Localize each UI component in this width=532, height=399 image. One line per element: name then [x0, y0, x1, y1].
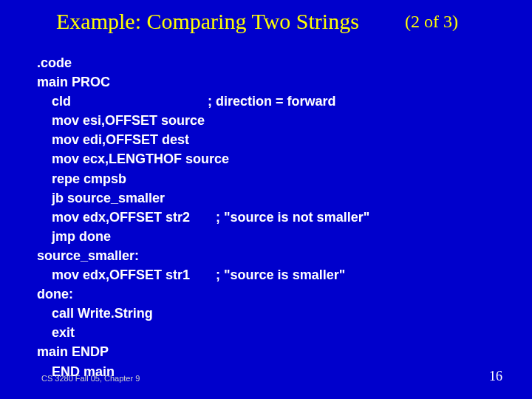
code-block: .code main PROC cld ; direction = forwar… [37, 53, 369, 381]
slide-title: Example: Comparing Two Strings [56, 9, 359, 34]
footer-text: CS 3280 Fall 05, Chapter 9 [41, 374, 140, 383]
slide-subtitle: (2 of 3) [405, 12, 458, 32]
slide: Example: Comparing Two Strings (2 of 3) … [0, 0, 532, 399]
page-number: 16 [489, 369, 502, 384]
